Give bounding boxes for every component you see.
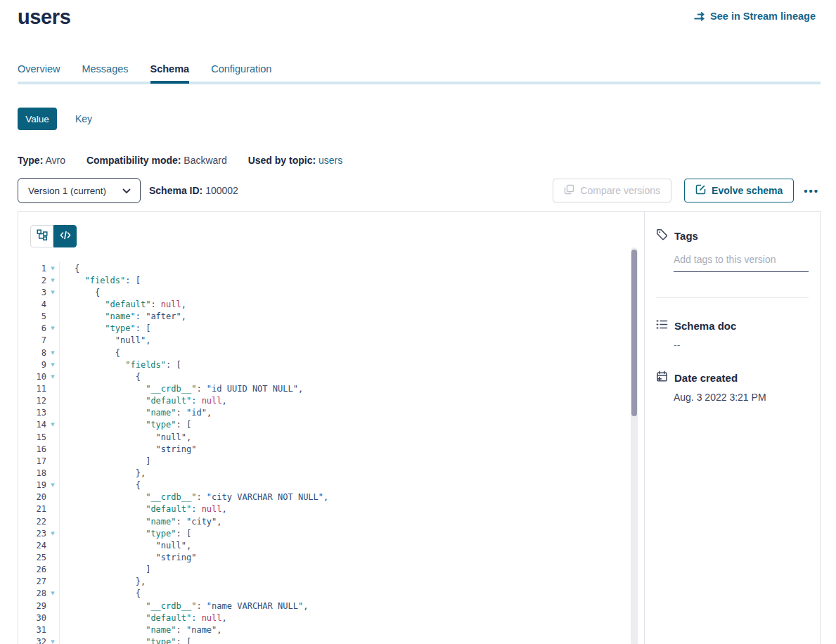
tab-messages[interactable]: Messages [82, 63, 128, 84]
fold-arrow-icon[interactable]: ▼ [46, 347, 60, 359]
code-line: 8▼ { [18, 347, 630, 359]
fold-arrow-icon[interactable]: ▼ [46, 274, 60, 286]
compare-icon [564, 184, 574, 197]
line-number: 28 [18, 588, 46, 598]
fold-spacer [46, 515, 60, 527]
fold-arrow-icon[interactable]: ▼ [46, 323, 60, 335]
tags-heading-label: Tags [674, 230, 698, 242]
fold-arrow-icon[interactable]: ▼ [46, 262, 60, 274]
fold-arrow-icon[interactable]: ▼ [46, 419, 60, 431]
fold-spacer [46, 600, 60, 612]
value-toggle-button[interactable]: Value [18, 108, 57, 130]
code-text: "null", [60, 432, 191, 442]
add-tags-input[interactable] [674, 254, 809, 272]
code-line: 5 "name": "after", [18, 311, 630, 323]
compare-versions-button[interactable]: Compare versions [553, 179, 671, 202]
schema-id-value: 100002 [205, 185, 238, 196]
fold-spacer [46, 503, 60, 515]
line-number: 32 [18, 637, 46, 644]
schema-code-pane: 1▼{2▼ "fields": [3▼ {4 "default": null,5… [18, 212, 645, 644]
evolve-schema-button[interactable]: Evolve schema [684, 179, 794, 202]
line-number: 2 [18, 276, 46, 285]
fold-spacer [46, 443, 60, 455]
line-number: 7 [18, 335, 46, 345]
fold-arrow-icon[interactable]: ▼ [46, 286, 60, 298]
key-toggle-button[interactable]: Key [75, 113, 92, 124]
code-line: 28▼ { [18, 588, 630, 600]
code-line: 22 "name": "city", [18, 515, 630, 527]
list-icon [656, 319, 668, 332]
stream-lineage-icon [693, 11, 705, 22]
code-line: 10▼ { [18, 371, 630, 382]
schema-meta-row: Type: Avro Compatibility mode: Backward … [18, 155, 361, 166]
fold-spacer [46, 491, 60, 503]
value-key-toggle: Value Key [18, 108, 92, 130]
tree-view-icon [37, 229, 48, 243]
code-view-button[interactable] [53, 225, 77, 247]
code-scrollbar[interactable] [631, 247, 638, 644]
schema-id-label: Schema ID: [149, 185, 202, 196]
fold-arrow-icon[interactable]: ▼ [46, 527, 60, 539]
code-line: 23▼ "type": [ [18, 527, 630, 539]
schema-type: Type: Avro [18, 155, 65, 166]
fold-spacer [46, 382, 60, 394]
code-text: "name": "name", [60, 625, 222, 635]
fold-arrow-icon[interactable]: ▼ [46, 636, 60, 644]
line-number: 22 [18, 517, 46, 527]
used-by-topic: Used by topic: users [248, 155, 343, 166]
code-text: "default": null, [60, 300, 186, 309]
code-line: 26 ] [18, 564, 630, 576]
more-options-button[interactable]: ••• [802, 182, 821, 200]
line-number: 31 [18, 625, 46, 635]
schema-panel: 1▼{2▼ "fields": [3▼ {4 "default": null,5… [18, 211, 821, 644]
tree-view-button[interactable] [30, 225, 53, 247]
schema-doc-heading: Schema doc [656, 319, 809, 332]
tab-configuration[interactable]: Configuration [211, 63, 271, 84]
fold-arrow-icon[interactable]: ▼ [46, 359, 60, 371]
code-line: 14▼ "type": [ [18, 419, 630, 431]
line-number: 19 [18, 480, 46, 490]
tab-schema[interactable]: Schema [150, 63, 190, 84]
schema-doc-value: -- [674, 340, 809, 351]
see-in-stream-lineage-link[interactable]: See in Stream lineage [693, 11, 816, 22]
schema-sidebar: Tags Schema doc -- [645, 212, 820, 644]
compatibility-label: Compatibility mode: [86, 155, 181, 166]
code-text: "null", [60, 541, 191, 550]
code-scrollbar-thumb[interactable] [631, 250, 637, 416]
schema-id: Schema ID: 100002 [149, 185, 238, 196]
code-line: 24 "null", [18, 539, 630, 551]
line-number: 21 [18, 504, 46, 514]
version-select[interactable]: Version 1 (current) [18, 178, 141, 203]
code-line: 3▼ { [18, 286, 630, 298]
code-line: 11 "__crdb__": "id UUID NOT NULL", [18, 382, 630, 394]
code-text: "type": [ [60, 323, 150, 333]
code-text: "__crdb__": "id UUID NOT NULL", [60, 384, 303, 394]
fold-arrow-icon[interactable]: ▼ [46, 588, 60, 600]
code-text: "default": null, [60, 613, 227, 623]
code-text: "__crdb__": "city VARCHAR NOT NULL", [60, 492, 328, 502]
fold-arrow-icon[interactable]: ▼ [46, 479, 60, 491]
line-number: 11 [18, 384, 46, 394]
code-text: "__crdb__": "name VARCHAR NULL", [60, 601, 308, 611]
fold-spacer [46, 431, 60, 443]
calendar-add-icon [656, 371, 668, 385]
line-number: 14 [18, 420, 46, 430]
topic-label: Used by topic: [248, 155, 316, 166]
code-text: { [60, 480, 141, 490]
compatibility-value: Backward [184, 155, 226, 166]
version-bar: Version 1 (current) Schema ID: 100002 Co… [18, 178, 821, 203]
code-text: "type": [ [60, 420, 191, 430]
version-select-value: Version 1 (current) [28, 186, 106, 196]
fold-arrow-icon[interactable]: ▼ [46, 371, 60, 382]
code-text: { [60, 264, 79, 273]
tab-overview[interactable]: Overview [18, 63, 60, 84]
code-line: 17 ] [18, 455, 630, 467]
code-text: "null", [60, 335, 150, 345]
code-view-icon [60, 230, 71, 243]
line-number: 15 [18, 432, 46, 442]
fold-spacer [46, 395, 60, 407]
code-line: 29 "__crdb__": "name VARCHAR NULL", [18, 600, 630, 612]
code-line: 16 "string" [18, 443, 630, 455]
code-text: "name": "city", [60, 517, 222, 527]
topic-link[interactable]: users [319, 155, 342, 166]
